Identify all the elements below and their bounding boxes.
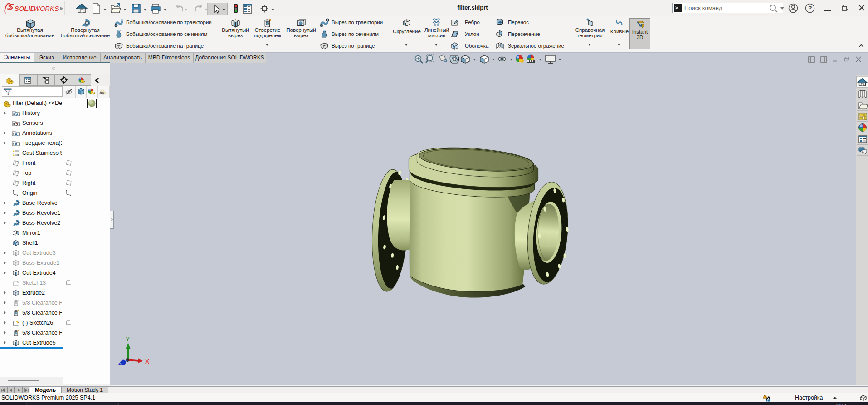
svg-text:X: X [145,358,150,365]
svg-text:SOLID: SOLID [15,5,35,12]
svg-text:Z: Z [118,359,122,366]
svg-text:Y: Y [126,336,130,343]
svg-text:?: ? [808,5,812,12]
svg-text:WORKS: WORKS [34,5,59,12]
